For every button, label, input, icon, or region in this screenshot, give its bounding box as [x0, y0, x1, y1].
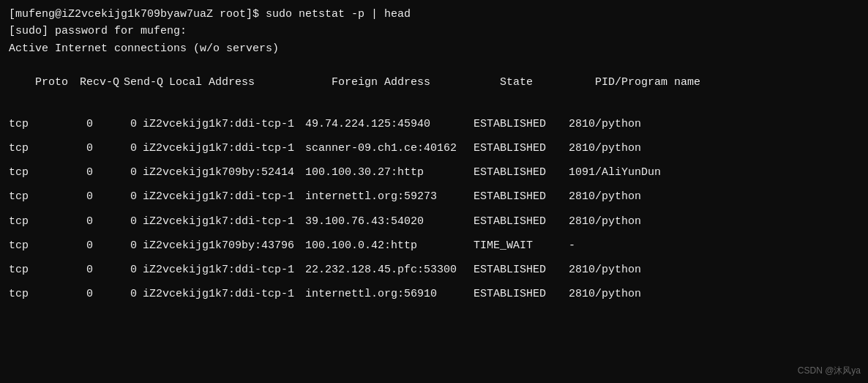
col-recvq-val: 0	[49, 188, 93, 205]
col-proto-val: tcp	[9, 261, 49, 278]
col-pid-val: -	[569, 237, 575, 254]
col-foreign-header: Foreign Address	[332, 74, 500, 91]
col-sendq-val: 0	[93, 237, 137, 254]
col-sendq-val: 0	[93, 116, 137, 133]
col-foreign-val: 22.232.128.45.pfc:53300	[305, 261, 474, 278]
col-local-val: iZ2vcekijg1k7:ddi-tcp-1	[137, 286, 305, 302]
col-recvq-val: 0	[49, 213, 93, 230]
col-pid-header: PID/Program name	[595, 74, 700, 91]
column-header: ProtoRecv-QSend-QLocal AddressForeign Ad…	[9, 57, 859, 108]
table-row: tcp00iZ2vcekijg1k709by:52414100.100.30.2…	[9, 164, 859, 181]
col-proto-val: tcp	[9, 140, 49, 157]
col-sendq-val: 0	[93, 286, 137, 302]
table-row: tcp00iZ2vcekijg1k709by:43796100.100.0.42…	[9, 237, 859, 254]
col-state-val: ESTABLISHED	[474, 140, 569, 157]
col-proto-header: Proto	[35, 74, 75, 91]
col-foreign-val: 49.74.224.125:45940	[305, 116, 474, 133]
col-proto-val: tcp	[9, 286, 49, 302]
col-proto-val: tcp	[9, 213, 49, 230]
col-pid-val: 1091/AliYunDun	[569, 164, 661, 181]
terminal-window: [mufeng@iZ2vcekijg1k709byaw7uaZ root]$ s…	[0, 0, 868, 383]
col-recvq-header: Recv-Q	[75, 74, 119, 91]
col-local-val: iZ2vcekijg1k709by:52414	[137, 164, 305, 181]
col-state-val: ESTABLISHED	[474, 164, 569, 181]
active-connections-line: Active Internet connections (w/o servers…	[9, 40, 859, 57]
col-state-val: ESTABLISHED	[474, 261, 569, 278]
col-state-val: ESTABLISHED	[474, 188, 569, 205]
col-state-val: TIME_WAIT	[474, 237, 569, 254]
col-local-val: iZ2vcekijg1k7:ddi-tcp-1	[137, 116, 305, 133]
col-pid-val: 2810/python	[569, 140, 641, 157]
col-sendq-val: 0	[93, 140, 137, 157]
table-row: tcp00iZ2vcekijg1k7:ddi-tcp-1internettl.o…	[9, 286, 859, 302]
col-sendq-val: 0	[93, 261, 137, 278]
col-local-val: iZ2vcekijg1k7:ddi-tcp-1	[137, 213, 305, 230]
col-proto-val: tcp	[9, 164, 49, 181]
col-proto-val: tcp	[9, 237, 49, 254]
col-state-val: ESTABLISHED	[474, 116, 569, 133]
col-sendq-val: 0	[93, 188, 137, 205]
table-row: tcp00iZ2vcekijg1k7:ddi-tcp-139.100.76.43…	[9, 213, 859, 230]
col-foreign-val: 100.100.30.27:http	[305, 164, 474, 181]
col-local-header: Local Address	[163, 74, 332, 91]
col-pid-val: 2810/python	[569, 213, 641, 230]
sudo-line: [sudo] password for mufeng:	[9, 23, 859, 40]
col-foreign-val: 39.100.76.43:54020	[305, 213, 474, 230]
col-sendq-header: Send-Q	[119, 74, 163, 91]
col-local-val: iZ2vcekijg1k7:ddi-tcp-1	[137, 188, 305, 205]
col-foreign-val: internettl.org:56910	[305, 286, 474, 302]
col-local-val: iZ2vcekijg1k709by:43796	[137, 237, 305, 254]
col-foreign-val: internettl.org:59273	[305, 188, 474, 205]
col-recvq-val: 0	[49, 140, 93, 157]
table-row: tcp00iZ2vcekijg1k7:ddi-tcp-122.232.128.4…	[9, 261, 859, 278]
col-pid-val: 2810/python	[569, 261, 641, 278]
col-state-val: ESTABLISHED	[474, 286, 569, 302]
col-foreign-val: scanner-09.ch1.ce:40162	[305, 140, 474, 157]
col-recvq-val: 0	[49, 286, 93, 302]
col-pid-val: 2810/python	[569, 188, 641, 205]
col-sendq-val: 0	[93, 164, 137, 181]
col-recvq-val: 0	[49, 237, 93, 254]
col-recvq-val: 0	[49, 164, 93, 181]
col-pid-val: 2810/python	[569, 116, 641, 133]
table-row: tcp00iZ2vcekijg1k7:ddi-tcp-149.74.224.12…	[9, 116, 859, 133]
col-recvq-val: 0	[49, 261, 93, 278]
col-proto-val: tcp	[9, 116, 49, 133]
col-recvq-val: 0	[49, 116, 93, 133]
col-foreign-val: 100.100.0.42:http	[305, 237, 474, 254]
rows-container: tcp00iZ2vcekijg1k7:ddi-tcp-149.74.224.12…	[9, 108, 859, 303]
watermark: CSDN @沐风ya	[798, 365, 861, 377]
col-pid-val: 2810/python	[569, 286, 641, 302]
prompt-line: [mufeng@iZ2vcekijg1k709byaw7uaZ root]$ s…	[9, 6, 859, 23]
col-proto-val: tcp	[9, 188, 49, 205]
col-local-val: iZ2vcekijg1k7:ddi-tcp-1	[137, 261, 305, 278]
table-row: tcp00iZ2vcekijg1k7:ddi-tcp-1scanner-09.c…	[9, 140, 859, 157]
col-sendq-val: 0	[93, 213, 137, 230]
col-local-val: iZ2vcekijg1k7:ddi-tcp-1	[137, 140, 305, 157]
col-state-header: State	[500, 74, 595, 91]
col-state-val: ESTABLISHED	[474, 213, 569, 230]
table-row: tcp00iZ2vcekijg1k7:ddi-tcp-1internettl.o…	[9, 188, 859, 205]
